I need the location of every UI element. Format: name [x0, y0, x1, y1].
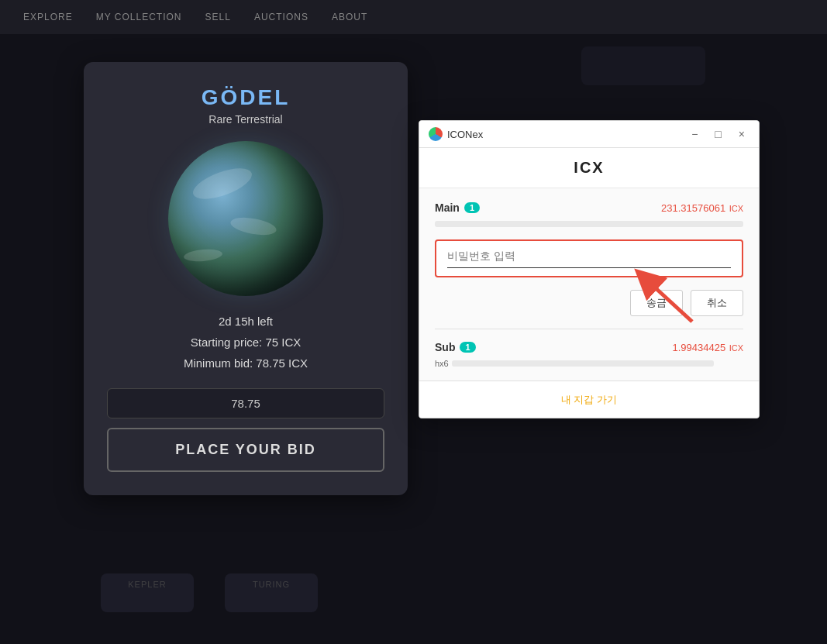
- iconex-popup: ICONex − □ × ICX Main 1 231.31576061 ICX: [419, 120, 760, 418]
- sub-address-row: hx6: [435, 359, 743, 368]
- close-button[interactable]: ×: [734, 127, 749, 141]
- nav-about[interactable]: ABOUT: [332, 12, 367, 22]
- main-account-name: Main: [435, 201, 460, 214]
- auction-card: GÖDEL Rare Terrestrial 2d 15h left Start…: [84, 62, 408, 495]
- top-navigation: EXPLORE MY COLLECTION SELL AUCTIONS ABOU…: [0, 0, 827, 34]
- bg-card-1: KEPLER: [101, 573, 194, 612]
- sub-account-name: Sub: [435, 341, 455, 353]
- action-buttons: 송금 취소: [435, 290, 743, 316]
- main-account-row: Main 1 231.31576061 ICX: [435, 201, 743, 215]
- minimize-button[interactable]: −: [687, 127, 702, 141]
- card-subtitle: Rare Terrestrial: [107, 113, 384, 126]
- time-left: 2d 15h left: [107, 315, 384, 328]
- main-account-label: Main 1: [435, 201, 480, 214]
- iconex-logo-icon: [429, 127, 443, 141]
- iconex-header: ICX: [419, 148, 759, 188]
- sub-account-badge: 1: [460, 342, 475, 353]
- iconex-titlebar: ICONex − □ ×: [419, 121, 759, 148]
- sub-account-row: Sub 1 1.99434425 ICX: [435, 340, 743, 354]
- sub-balance-unit: ICX: [729, 343, 743, 353]
- nav-sell[interactable]: SELL: [205, 12, 231, 22]
- arrow-indicator: [634, 267, 696, 329]
- wallet-link[interactable]: 내 지갑 가기: [561, 394, 617, 405]
- bg-card-label-2: TURING: [225, 573, 318, 589]
- password-area: [435, 239, 743, 277]
- starting-price: Starting price: 75 ICX: [107, 336, 384, 349]
- place-bid-button[interactable]: PLACE YOUR BID: [107, 428, 384, 472]
- sub-address-bar: [452, 360, 714, 367]
- cancel-button[interactable]: 취소: [691, 290, 743, 316]
- card-title: GÖDEL: [107, 85, 384, 110]
- iconex-title-text: ICONex: [447, 129, 483, 140]
- main-balance-unit: ICX: [729, 204, 743, 213]
- maximize-button[interactable]: □: [710, 127, 725, 141]
- nav-left: EXPLORE MY COLLECTION SELL AUCTIONS ABOU…: [23, 12, 367, 22]
- bg-card-label-1: KEPLER: [101, 573, 194, 589]
- main-address-bar: [435, 221, 743, 227]
- sub-address-prefix: hx6: [435, 359, 449, 368]
- main-account-balance: 231.31576061: [661, 202, 725, 214]
- nav-explore[interactable]: EXPLORE: [23, 12, 73, 22]
- svg-line-1: [646, 279, 692, 322]
- main-account-badge: 1: [464, 202, 480, 213]
- sub-account-balance-area: 1.99434425 ICX: [673, 340, 743, 354]
- account-divider: [435, 329, 743, 329]
- icx-title: ICX: [435, 159, 743, 177]
- planet-image: [168, 141, 323, 296]
- sub-account-label: Sub 1: [435, 341, 476, 353]
- bg-card-2: TURING: [225, 573, 318, 612]
- bid-input[interactable]: [107, 388, 384, 418]
- main-account-balance-area: 231.31576061 ICX: [661, 201, 743, 215]
- bg-card-top: [581, 46, 705, 85]
- nav-auctions[interactable]: AUCTIONS: [254, 12, 308, 22]
- iconex-footer: 내 지갑 가기: [419, 381, 759, 418]
- iconex-body: Main 1 231.31576061 ICX 송금 취소 Sub 1: [419, 188, 759, 381]
- sub-account-balance: 1.99434425: [673, 342, 726, 353]
- password-input[interactable]: [447, 250, 731, 262]
- titlebar-controls: − □ ×: [687, 127, 749, 141]
- minimum-bid: Minimum bid: 78.75 ICX: [107, 356, 384, 370]
- iconex-logo-area: ICONex: [429, 127, 483, 141]
- nav-collection[interactable]: MY COLLECTION: [96, 12, 182, 22]
